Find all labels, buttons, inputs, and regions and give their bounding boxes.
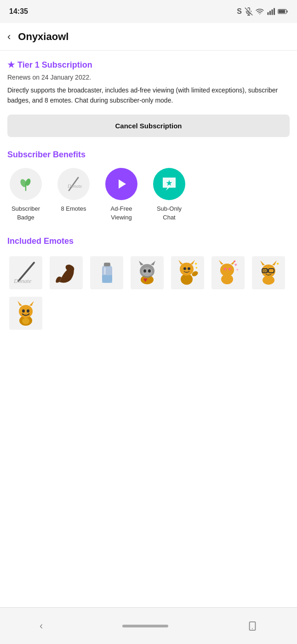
svg-point-35 (180, 263, 194, 276)
emote-item: ♥ (129, 254, 166, 291)
svg-point-43 (220, 264, 234, 276)
play-icon (114, 177, 129, 191)
svg-rect-3 (268, 12, 269, 15)
bottom-phone-button[interactable] (247, 621, 257, 631)
svg-rect-9 (287, 11, 288, 13)
svg-rect-8 (279, 10, 285, 13)
wifi-icon (256, 7, 264, 16)
cancel-subscription-button[interactable]: Cancel Subscription (7, 115, 290, 137)
svg-point-29 (142, 267, 152, 276)
battery-icon (278, 8, 288, 15)
emote-item (48, 254, 85, 291)
status-bar: 14:35 S (0, 0, 297, 23)
badge-icon-circle (10, 168, 42, 200)
bottom-home-pill (122, 625, 168, 627)
svg-rect-5 (272, 10, 273, 15)
svg-rect-4 (269, 11, 271, 15)
emote-3-placeholder (90, 256, 123, 289)
svg-point-30 (143, 269, 146, 272)
benefit-adfree: Ad-Free Viewing (103, 168, 140, 221)
benefits-grid: Subscriber Badge Donate 8 Emotes Ad-Free… (7, 168, 290, 221)
description-text: Directly supports the broadcaster, inclu… (7, 86, 290, 105)
emote-item: Donate (7, 254, 44, 291)
emote-6-placeholder: ♥ ♥ ♥ ♥ ♥ (211, 256, 245, 289)
svg-point-38 (183, 267, 186, 270)
emotes-grid: Donate (7, 254, 290, 332)
emote-5-placeholder: ✦ ✦ (171, 256, 204, 289)
emote-item: ♥ ♥ ♥ ♥ ♥ (210, 254, 246, 291)
main-content: ★ Tier 1 Subscription Renews on 24 Janua… (0, 51, 297, 607)
emotes-section-title: Included Emotes (7, 236, 290, 246)
emote-4-placeholder: ♥ (131, 256, 164, 289)
svg-point-39 (188, 267, 190, 270)
slash-icon: Donate (65, 176, 82, 192)
svg-rect-24 (104, 267, 106, 275)
svg-marker-27 (139, 261, 143, 265)
svg-marker-44 (219, 260, 223, 264)
emote-item: ✦ ✦ (169, 254, 206, 291)
svg-point-66 (22, 318, 29, 324)
svg-rect-6 (274, 8, 275, 15)
svg-marker-53 (260, 260, 265, 265)
svg-text:♥: ♥ (234, 259, 236, 264)
emotes-label: 8 Emotes (61, 205, 86, 213)
status-time: 14:35 (9, 7, 28, 16)
bottom-back-button[interactable]: ‹ (40, 620, 43, 632)
svg-point-65 (27, 309, 29, 312)
bottom-nav: ‹ (0, 607, 297, 644)
benefit-subscriber-badge: Subscriber Badge (7, 168, 44, 221)
benefit-subonly-chat: Sub-Only Chat (151, 168, 188, 221)
status-icons: S (237, 7, 288, 16)
emotes-icon-circle: Donate (57, 168, 90, 200)
svg-point-31 (148, 269, 151, 272)
adfree-label: Ad-Free Viewing (103, 205, 140, 221)
svg-marker-36 (178, 260, 183, 264)
adfree-icon-circle (105, 168, 137, 200)
svg-marker-63 (29, 301, 34, 306)
emote-1-placeholder: Donate (9, 256, 42, 289)
signal-icon (267, 7, 275, 16)
svg-text:✦: ✦ (195, 266, 198, 270)
badge-label: Subscriber Badge (7, 205, 44, 221)
tier-label: ★ Tier 1 Subscription (7, 60, 290, 70)
svg-text:GG: GG (263, 269, 268, 272)
header: ‹ Onyxiaowl (0, 23, 297, 51)
svg-rect-23 (102, 275, 112, 283)
subonly-icon-circle (153, 168, 185, 200)
star-chat-icon (161, 176, 177, 192)
phone-icon (247, 621, 257, 631)
benefit-emotes: Donate 8 Emotes (55, 168, 92, 221)
emote-item: GG ✦ (250, 254, 287, 291)
back-button[interactable]: ‹ (7, 31, 11, 43)
emote-8-placeholder (9, 297, 42, 330)
svg-point-64 (22, 309, 25, 312)
svg-marker-15 (119, 179, 126, 189)
page-title: Onyxiaowl (18, 31, 69, 43)
svg-rect-22 (104, 263, 110, 266)
svg-text:♥: ♥ (228, 266, 231, 272)
emote-7-placeholder: GG ✦ (252, 256, 285, 289)
svg-text:♥: ♥ (223, 266, 227, 272)
plant-icon (17, 176, 34, 192)
app-label: S (237, 7, 242, 16)
tier-star-icon: ★ (7, 60, 15, 70)
renew-text: Renews on 24 January 2022. (7, 74, 290, 81)
subonly-label: Sub-Only Chat (151, 205, 188, 221)
svg-text:♥: ♥ (143, 276, 147, 283)
svg-text:Donate: Donate (13, 277, 32, 284)
svg-marker-28 (151, 261, 155, 265)
mute-icon (245, 7, 253, 16)
benefits-section-title: Subscriber Benefits (7, 150, 290, 160)
emote-2-placeholder (50, 256, 83, 289)
emote-item (88, 254, 125, 291)
svg-text:✦: ✦ (276, 261, 280, 266)
svg-marker-62 (17, 301, 22, 306)
svg-point-61 (19, 305, 33, 318)
svg-text:♥: ♥ (236, 268, 239, 272)
svg-text:Donate: Donate (67, 183, 82, 189)
emote-item (7, 295, 44, 332)
tier-text: Tier 1 Subscription (17, 60, 92, 70)
